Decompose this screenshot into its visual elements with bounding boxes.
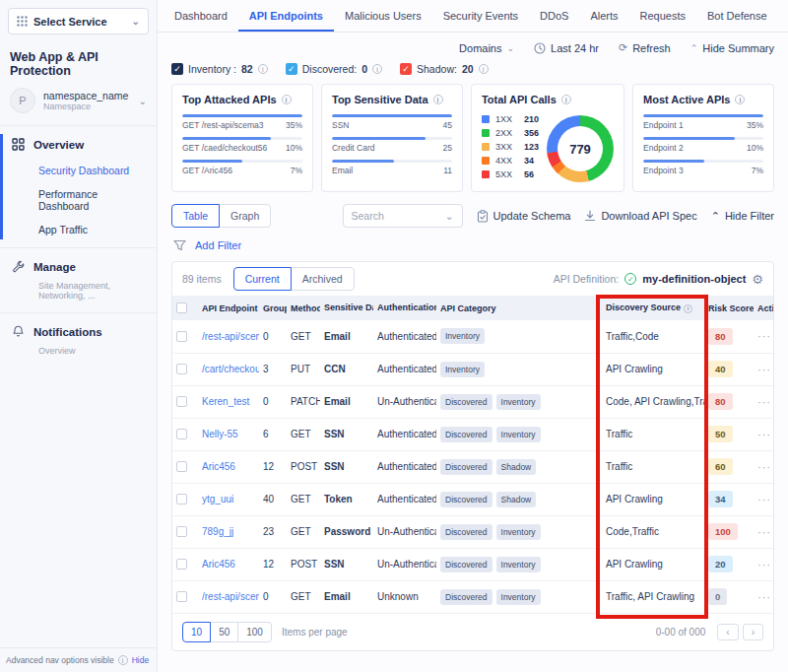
- row-checkbox[interactable]: [176, 591, 187, 602]
- info-icon[interactable]: i: [433, 95, 443, 104]
- endpoint-link[interactable]: Keren_test: [202, 396, 249, 407]
- row-checkbox[interactable]: [176, 331, 187, 342]
- endpoint-link[interactable]: /rest-api/scema: [202, 331, 259, 342]
- column-header-sensitive-data[interactable]: Sensitive Datai: [320, 296, 373, 320]
- column-header-group[interactable]: Group: [259, 296, 287, 320]
- update-schema-button[interactable]: Update Schema: [477, 210, 571, 223]
- hide-summary-button[interactable]: ⌃ Hide Summary: [690, 42, 774, 54]
- row-actions-menu[interactable]: ···: [757, 559, 771, 571]
- page-size-100[interactable]: 100: [237, 622, 272, 642]
- card-total-api-calls: Total API Calls i 1XX2102XX3563XX1234XX3…: [471, 84, 624, 192]
- info-icon[interactable]: i: [735, 95, 745, 104]
- column-header-authentication-state[interactable]: Authentication Statei: [373, 296, 436, 320]
- tab-api-endpoints[interactable]: API Endpoints: [238, 0, 334, 32]
- checkbox-checked-icon[interactable]: ✓: [171, 63, 183, 75]
- auth-state-cell: Un-Authenticated: [373, 548, 436, 580]
- endpoint-link[interactable]: /rest-api/scema: [202, 591, 259, 602]
- archived-tab[interactable]: Archived: [291, 267, 355, 291]
- select-all-checkbox[interactable]: [176, 302, 187, 313]
- endpoint-link[interactable]: Aric456: [202, 559, 235, 570]
- sidebar-item-security-dashboard[interactable]: Security Dashboard: [0, 159, 157, 182]
- column-header-api-endpoint[interactable]: API Endpoint: [198, 296, 259, 320]
- row-actions-menu[interactable]: ···: [757, 461, 771, 473]
- row-checkbox[interactable]: [176, 559, 187, 570]
- endpoint-link[interactable]: /cart/checkout: [202, 364, 259, 374]
- page-size-10[interactable]: 10: [182, 622, 211, 642]
- sidebar-item-notifications[interactable]: Notifications: [0, 313, 157, 346]
- sidebar-item-overview[interactable]: Overview: [0, 126, 157, 159]
- search-input[interactable]: Search ⌄: [343, 204, 463, 228]
- bar-fill: [182, 114, 302, 117]
- filter-value: 82: [241, 63, 253, 75]
- tab-dashboard[interactable]: Dashboard: [164, 0, 238, 32]
- method-cell: PUT: [287, 353, 320, 385]
- row-checkbox[interactable]: [176, 364, 187, 374]
- sidebar-section-notifications: Notifications Overview: [0, 312, 157, 368]
- gear-icon[interactable]: ⚙: [752, 272, 763, 287]
- api-definition-value[interactable]: my-definition-object: [642, 273, 746, 285]
- download-api-spec-button[interactable]: Download API Spec: [584, 210, 696, 222]
- prev-page-button[interactable]: ‹: [717, 624, 738, 640]
- page-size-50[interactable]: 50: [210, 622, 238, 642]
- column-header-method[interactable]: Method: [287, 296, 320, 320]
- refresh-button[interactable]: ⟳ Refresh: [619, 41, 671, 54]
- row-actions-menu[interactable]: ···: [757, 396, 771, 408]
- row-checkbox[interactable]: [176, 526, 187, 537]
- column-header-actions[interactable]: Actions: [754, 296, 773, 320]
- tab-security-events[interactable]: Security Events: [432, 0, 529, 32]
- discovery-source-cell: API Crawling: [602, 353, 704, 385]
- card-title: Top Attacked APIs: [182, 94, 277, 105]
- sidebar-item-app-traffic[interactable]: App Traffic: [0, 218, 157, 247]
- tab-ddos[interactable]: DDoS: [529, 0, 579, 32]
- checkbox-checked-icon[interactable]: ✓: [286, 63, 297, 75]
- current-tab[interactable]: Current: [233, 267, 292, 291]
- add-filter-button[interactable]: Add Filter: [195, 239, 241, 251]
- time-range-button[interactable]: Last 24 hr: [534, 42, 599, 54]
- row-checkbox[interactable]: [176, 396, 187, 407]
- bar-value: 7%: [291, 166, 302, 175]
- bell-icon: [12, 325, 25, 338]
- select-service-dropdown[interactable]: Select Service ⌄: [8, 8, 149, 34]
- topnav-tabs: DashboardAPI EndpointsMalicious UsersSec…: [158, 0, 788, 33]
- row-actions-menu[interactable]: ···: [757, 364, 771, 375]
- column-header-risk-score[interactable]: Risk Score: [704, 296, 754, 320]
- tab-alerts[interactable]: Alerts: [579, 0, 628, 32]
- filter-chip-discovered-[interactable]: ✓Discovered: 0i: [286, 63, 382, 75]
- row-actions-menu[interactable]: ···: [757, 591, 771, 603]
- tab-bot-defense[interactable]: Bot Defense: [696, 0, 778, 32]
- hide-nav-link[interactable]: Hide: [132, 655, 149, 665]
- risk-score-cell: 40: [704, 353, 754, 385]
- column-header-api-category[interactable]: API Category: [436, 296, 602, 320]
- endpoint-link[interactable]: 789g_jj: [202, 526, 233, 537]
- info-icon[interactable]: i: [561, 95, 571, 104]
- discovery-source-cell: API Crawling: [602, 548, 704, 580]
- sidebar-item-performance-dashboard[interactable]: Performance Dashboard: [0, 182, 157, 218]
- filter-chip-shadow-[interactable]: ✓Shadow: 20i: [400, 63, 489, 75]
- column-header-discovery-source[interactable]: Discovery Sourcei: [602, 296, 704, 320]
- row-actions-menu[interactable]: ···: [757, 429, 771, 440]
- row-actions-menu[interactable]: ···: [757, 526, 771, 538]
- domains-dropdown[interactable]: Domains ⌄: [459, 42, 514, 54]
- info-icon[interactable]: i: [282, 95, 292, 104]
- sidebar-item-manage[interactable]: Manage: [0, 248, 157, 281]
- namespace-selector[interactable]: P namespace_name Namespace ⌄: [0, 84, 157, 125]
- bar-item: GET /rest-api/scema335%: [182, 114, 302, 130]
- table-view-button[interactable]: Table: [171, 204, 220, 228]
- row-actions-menu[interactable]: ···: [757, 494, 771, 505]
- endpoint-link[interactable]: Aric456: [202, 461, 235, 472]
- filter-chip-inventory-[interactable]: ✓Inventory : 82i: [171, 63, 268, 75]
- next-page-button[interactable]: ›: [743, 624, 763, 640]
- graph-view-button[interactable]: Graph: [219, 204, 271, 228]
- row-checkbox[interactable]: [176, 494, 187, 504]
- row-actions-menu[interactable]: ···: [757, 330, 771, 342]
- sensitive-data-cell: SSN: [320, 548, 373, 580]
- row-checkbox[interactable]: [176, 461, 187, 472]
- endpoint-link[interactable]: Nelly-55: [202, 429, 238, 439]
- tab-malicious-users[interactable]: Malicious Users: [334, 0, 432, 32]
- hide-filter-button[interactable]: ⌃ Hide Filter: [711, 210, 774, 223]
- endpoint-link[interactable]: ytg_uui: [202, 494, 233, 504]
- row-checkbox-cell: [172, 450, 198, 483]
- checkbox-checked-icon[interactable]: ✓: [400, 63, 412, 75]
- row-checkbox[interactable]: [176, 429, 187, 439]
- tab-requests[interactable]: Requests: [629, 0, 696, 32]
